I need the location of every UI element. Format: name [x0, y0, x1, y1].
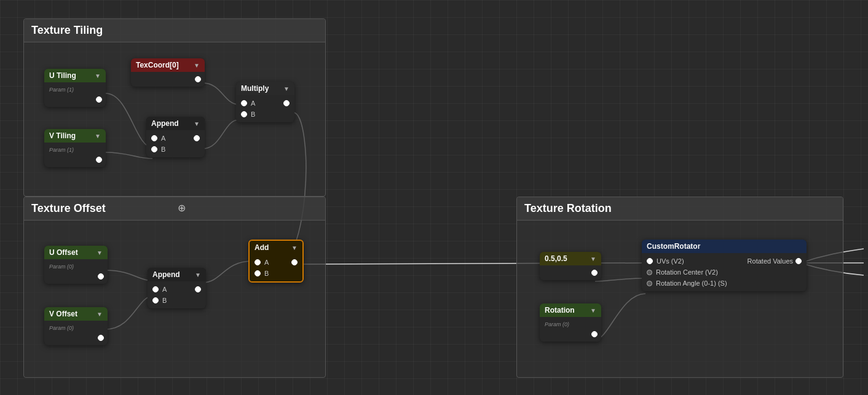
multiply-out-pin — [283, 100, 290, 106]
add-b-row: B — [250, 268, 302, 279]
center-dropdown[interactable]: ▼ — [590, 256, 596, 262]
append-tiling-b-pin — [151, 146, 157, 152]
u-tiling-header: U Tiling ▼ — [44, 69, 106, 82]
u-tiling-sublabel-row: Param (1) — [44, 85, 106, 95]
multiply-b-row: B — [236, 109, 294, 120]
texture-tiling-title: Texture Tiling — [24, 19, 325, 42]
rotation-output-pin — [591, 331, 598, 337]
custom-rotator-uvs-pin — [647, 258, 653, 264]
u-offset-node[interactable]: U Offset ▼ Param (0) — [44, 246, 108, 284]
multiply-dropdown[interactable]: ▼ — [283, 85, 290, 92]
u-offset-sublabel-row: Param (0) — [44, 262, 108, 272]
append-offset-out-pin — [195, 286, 201, 292]
rotation-param-node[interactable]: Rotation ▼ Param (0) — [540, 303, 601, 342]
add-a-row: A — [250, 257, 302, 268]
custom-rotator-angle-label: Rotation Angle (0-1) (S) — [656, 280, 727, 287]
append-offset-b-pin — [152, 297, 159, 303]
append-offset-node[interactable]: Append ▼ A B — [148, 268, 206, 308]
append-tiling-a-pin — [151, 135, 157, 141]
multiply-node[interactable]: Multiply ▼ A B — [236, 82, 294, 122]
texcoord-node[interactable]: TexCoord[0] ▼ — [131, 58, 205, 87]
custom-rotator-angle-pin — [647, 281, 652, 286]
append-offset-a-pin — [152, 286, 159, 292]
append-offset-b-row: B — [148, 295, 206, 306]
custom-rotator-label: CustomRotator — [647, 242, 700, 251]
append-tiling-b-row: B — [146, 144, 205, 155]
v-offset-dropdown[interactable]: ▼ — [97, 311, 103, 318]
v-tiling-output — [44, 155, 106, 165]
custom-rotator-center-row: Rotation Center (V2) — [642, 267, 807, 278]
v-offset-node[interactable]: V Offset ▼ Param (0) — [44, 307, 108, 345]
u-tiling-output-pin — [96, 96, 102, 103]
texcoord-dropdown[interactable]: ▼ — [194, 62, 200, 69]
texcoord-output-pin — [195, 76, 201, 82]
add-out-pin — [291, 259, 298, 265]
u-tiling-node[interactable]: U Tiling ▼ Param (1) — [44, 69, 106, 107]
u-offset-dropdown[interactable]: ▼ — [97, 249, 103, 256]
append-tiling-node[interactable]: Append ▼ A B — [146, 117, 205, 157]
multiply-b-pin — [241, 111, 247, 117]
append-tiling-label: Append — [151, 119, 179, 128]
v-offset-output-pin — [98, 335, 104, 341]
rotation-sublabel-row: Param (0) — [540, 319, 601, 329]
add-node[interactable]: Add ▼ A B — [248, 240, 304, 283]
u-offset-output-pin — [98, 273, 104, 280]
v-tiling-output-pin — [96, 157, 102, 163]
texcoord-output — [131, 74, 205, 84]
center-node[interactable]: 0.5,0.5 ▼ — [540, 252, 601, 280]
multiply-a-pin — [241, 100, 247, 106]
v-offset-sublabel-row: Param (0) — [44, 323, 108, 333]
custom-rotator-header: CustomRotator — [642, 240, 807, 253]
append-offset-label: Append — [152, 270, 180, 279]
u-offset-output — [44, 272, 108, 281]
center-label: 0.5,0.5 — [545, 254, 567, 263]
v-tiling-sublabel-row: Param (1) — [44, 145, 106, 155]
center-output-pin — [591, 270, 598, 276]
append-offset-header: Append ▼ — [148, 268, 206, 281]
custom-rotator-node[interactable]: CustomRotator UVs (V2) Rotated Values Ro… — [642, 240, 807, 291]
custom-rotator-angle-row: Rotation Angle (0-1) (S) — [642, 278, 807, 289]
custom-rotator-center-label: Rotation Center (V2) — [656, 268, 718, 276]
rotation-header: Rotation ▼ — [540, 303, 601, 317]
v-offset-header: V Offset ▼ — [44, 307, 108, 321]
center-header: 0.5,0.5 ▼ — [540, 252, 601, 265]
rotation-label: Rotation — [545, 306, 575, 315]
append-tiling-out-pin — [194, 135, 200, 141]
v-tiling-dropdown[interactable]: ▼ — [95, 133, 101, 139]
add-label: Add — [254, 243, 269, 252]
multiply-label: Multiply — [241, 84, 269, 93]
add-a-pin — [254, 259, 261, 265]
move-icon[interactable]: ⊕ — [178, 202, 186, 214]
custom-rotator-rotated-pin — [795, 258, 802, 264]
v-offset-label: V Offset — [49, 310, 77, 318]
center-output — [540, 268, 601, 278]
add-dropdown[interactable]: ▼ — [291, 244, 298, 251]
custom-rotator-uvs-label: UVs (V2) — [657, 257, 684, 265]
rotation-dropdown[interactable]: ▼ — [590, 307, 596, 314]
rotation-output — [540, 329, 601, 339]
append-tiling-a-row: A — [146, 133, 205, 144]
append-tiling-header: Append ▼ — [146, 117, 205, 130]
add-b-pin — [254, 270, 261, 276]
u-tiling-output — [44, 95, 106, 104]
custom-rotator-uvs-row: UVs (V2) Rotated Values — [642, 256, 807, 267]
append-tiling-dropdown[interactable]: ▼ — [194, 120, 200, 127]
add-header: Add ▼ — [250, 241, 302, 254]
texture-rotation-title: Texture Rotation — [517, 197, 843, 221]
v-offset-output — [44, 333, 108, 343]
custom-rotator-rotated-label: Rotated Values — [748, 257, 793, 265]
v-tiling-label: V Tiling — [49, 131, 76, 140]
u-offset-label: U Offset — [49, 248, 78, 257]
texcoord-header: TexCoord[0] ▼ — [131, 58, 205, 72]
texture-offset-title: Texture Offset — [24, 197, 325, 221]
texcoord-label: TexCoord[0] — [136, 61, 179, 69]
custom-rotator-center-pin — [647, 270, 652, 275]
multiply-header: Multiply ▼ — [236, 82, 294, 95]
u-offset-header: U Offset ▼ — [44, 246, 108, 259]
append-offset-a-row: A — [148, 284, 206, 295]
append-offset-dropdown[interactable]: ▼ — [195, 272, 201, 278]
v-tiling-node[interactable]: V Tiling ▼ Param (1) — [44, 129, 106, 167]
u-tiling-dropdown[interactable]: ▼ — [95, 72, 101, 79]
v-tiling-header: V Tiling ▼ — [44, 129, 106, 143]
u-tiling-label: U Tiling — [49, 71, 76, 80]
